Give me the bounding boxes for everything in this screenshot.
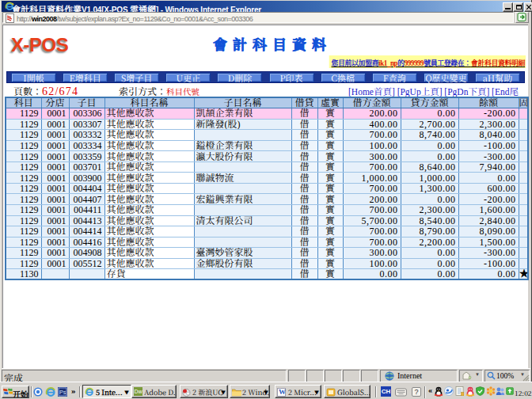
svg-text:Ps: Ps	[59, 390, 66, 395]
